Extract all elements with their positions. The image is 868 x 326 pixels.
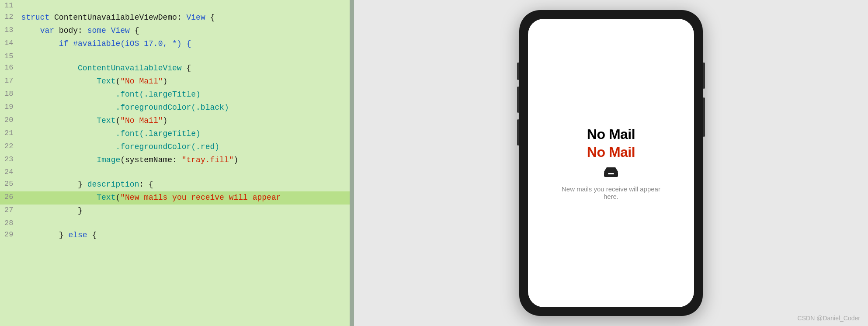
line-content: struct ContentUnavailableViewDemo: View …	[17, 11, 350, 24]
code-line: 23 Image(systemName: "tray.fill")	[0, 154, 350, 167]
line-number: 16	[0, 62, 17, 75]
code-line: 28	[0, 218, 350, 229]
watermark: CSDN @Daniel_Coder	[798, 315, 860, 322]
volume-up-button	[517, 87, 519, 113]
volume-down-button-left	[517, 119, 519, 146]
preview-panel: No Mail No Mail New mails you receive wi…	[354, 0, 868, 326]
line-number: 26	[0, 191, 17, 205]
line-number: 29	[0, 229, 17, 242]
code-line: 17 Text("No Mail")	[0, 75, 350, 88]
code-line: 19 .foregroundColor(.black)	[0, 101, 350, 114]
line-content: } description: {	[17, 178, 350, 191]
line-content: }	[17, 205, 350, 218]
code-line: 27 }	[0, 205, 350, 218]
code-line: 24	[0, 166, 350, 178]
line-number: 11	[0, 0, 17, 11]
code-line: 16 ContentUnavailableView {	[0, 62, 350, 75]
phone-screen: No Mail No Mail New mails you receive wi…	[528, 19, 694, 307]
code-line: 18 .font(.largeTitle)	[0, 88, 350, 101]
line-number: 28	[0, 218, 17, 229]
line-number: 25	[0, 178, 17, 191]
preview-title-black: No Mail	[587, 126, 635, 142]
line-number: 18	[0, 88, 17, 101]
code-line: 29 } else {	[0, 229, 350, 242]
power-button	[703, 62, 705, 89]
code-panel: 1112struct ContentUnavailableViewDemo: V…	[0, 0, 350, 326]
phone-content: No Mail No Mail New mails you receive wi…	[545, 118, 677, 209]
code-line: 26 Text("New mails you receive will appe…	[0, 191, 350, 205]
line-content: } else {	[17, 229, 350, 242]
line-content: var body: some View {	[17, 24, 350, 38]
line-content: Text("New mails you receive will appear …	[17, 191, 350, 205]
volume-down-button	[703, 97, 705, 137]
code-line: 13 var body: some View {	[0, 24, 350, 38]
line-number: 21	[0, 128, 17, 141]
code-table: 1112struct ContentUnavailableViewDemo: V…	[0, 0, 350, 242]
tray-fill-icon	[603, 165, 619, 182]
line-number: 24	[0, 166, 17, 178]
line-number: 14	[0, 38, 17, 51]
line-number: 23	[0, 154, 17, 167]
code-line: 22 .foregroundColor(.red)	[0, 141, 350, 154]
line-number: 22	[0, 141, 17, 154]
svg-rect-1	[608, 173, 614, 174]
line-number: 20	[0, 114, 17, 128]
line-number: 15	[0, 51, 17, 62]
line-content: ContentUnavailableView {	[17, 62, 350, 75]
code-line: 11	[0, 0, 350, 11]
line-content: if #available(iOS 17.0, *) {	[17, 38, 350, 51]
line-content: .foregroundColor(.black)	[17, 101, 350, 114]
line-content: Text("No Mail")	[17, 75, 350, 88]
divider	[350, 0, 354, 326]
line-content	[17, 166, 350, 178]
code-line: 21 .font(.largeTitle)	[0, 128, 350, 141]
mute-button	[517, 62, 519, 80]
code-line: 15	[0, 51, 350, 62]
code-line: 12struct ContentUnavailableViewDemo: Vie…	[0, 11, 350, 24]
line-number: 13	[0, 24, 17, 38]
line-content: .font(.largeTitle)	[17, 88, 350, 101]
line-number: 19	[0, 101, 17, 114]
line-content: .font(.largeTitle)	[17, 128, 350, 141]
line-content: .foregroundColor(.red)	[17, 141, 350, 154]
line-number: 27	[0, 205, 17, 218]
line-number: 17	[0, 75, 17, 88]
line-content	[17, 51, 350, 62]
line-content	[17, 0, 350, 11]
preview-title-red: No Mail	[587, 144, 635, 160]
code-line: 25 } description: {	[0, 178, 350, 191]
code-line: 14 if #available(iOS 17.0, *) {	[0, 38, 350, 51]
line-content: Text("No Mail")	[17, 114, 350, 128]
preview-description: New mails you receive will appear here.	[554, 185, 668, 200]
line-number: 12	[0, 11, 17, 24]
line-content: Image(systemName: "tray.fill")	[17, 154, 350, 167]
code-line: 20 Text("No Mail")	[0, 114, 350, 128]
line-content	[17, 218, 350, 229]
phone-mockup: No Mail No Mail New mails you receive wi…	[519, 10, 703, 316]
